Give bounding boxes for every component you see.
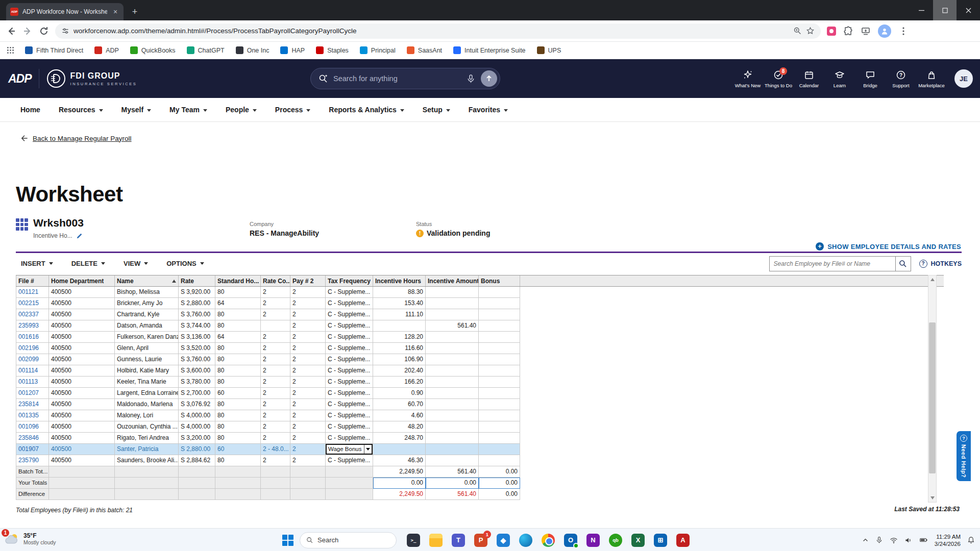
file-number-link[interactable]: 001096 bbox=[18, 423, 39, 430]
column-header[interactable]: Home Department bbox=[49, 276, 115, 286]
file-number-link[interactable]: 002196 bbox=[18, 344, 39, 352]
column-header[interactable]: Rate bbox=[179, 276, 215, 286]
file-number-link[interactable]: 001121 bbox=[18, 288, 38, 295]
cell-rate-code[interactable]: 2 bbox=[261, 388, 290, 399]
cell-file-number[interactable]: 001335 bbox=[16, 410, 49, 421]
taskbar-app-terminal[interactable]: >_ bbox=[407, 534, 420, 547]
scroll-down-icon[interactable] bbox=[928, 494, 936, 502]
header-action-bridge[interactable]: Bridge bbox=[855, 69, 885, 88]
cell-incentive-hours[interactable]: 88.30 bbox=[373, 287, 426, 298]
header-action-support[interactable]: ? Support bbox=[886, 69, 916, 88]
cell-home-department[interactable]: 400500 bbox=[49, 455, 115, 466]
cell-file-number[interactable]: 001121 bbox=[16, 287, 49, 298]
file-number-link[interactable]: 001113 bbox=[18, 378, 38, 385]
vertical-scrollbar[interactable] bbox=[928, 275, 937, 503]
cell-standard-hours[interactable]: 64 bbox=[215, 298, 261, 309]
cell-name[interactable]: Datson, Amanda bbox=[115, 320, 179, 332]
cell-rate[interactable]: S 3,780.00 bbox=[179, 377, 215, 388]
column-header[interactable]: Incentive Amount bbox=[426, 276, 479, 286]
cell-home-department[interactable]: 400500 bbox=[49, 377, 115, 388]
cell-tax-frequency[interactable]: C - Suppleme... bbox=[326, 332, 373, 343]
cell-rate-code[interactable]: 2 bbox=[261, 433, 290, 444]
cell-rate-code[interactable]: 2 bbox=[261, 332, 290, 343]
file-number-link[interactable]: 235846 bbox=[18, 434, 39, 441]
cell-rate[interactable]: S 2,880.00 bbox=[179, 298, 215, 309]
cell-bonus[interactable] bbox=[479, 320, 520, 332]
taskbar-app-chrome[interactable] bbox=[542, 534, 555, 547]
cell-rate[interactable]: S 3,076.92 bbox=[179, 399, 215, 410]
cell-pay-2[interactable]: 2 bbox=[290, 444, 326, 455]
cell-rate-code[interactable]: 2 bbox=[261, 287, 290, 298]
cell-file-number[interactable]: 001114 bbox=[16, 365, 49, 377]
taskbar-app-powerpoint[interactable]: P 1 bbox=[474, 534, 487, 547]
cell-incentive-hours[interactable] bbox=[373, 444, 426, 455]
cell-name[interactable]: Ouzounian, Cynthia ... bbox=[115, 421, 179, 433]
nav-item-myself[interactable]: Myself bbox=[121, 106, 152, 114]
file-number-link[interactable]: 235993 bbox=[18, 322, 39, 329]
header-action-learn[interactable]: Learn bbox=[825, 69, 854, 88]
new-tab-button[interactable]: + bbox=[128, 5, 142, 19]
cell-name[interactable]: Brickner, Amy Jo bbox=[115, 298, 179, 309]
table-row[interactable]: 001616 400500 Fulkerson, Karen Danz S 3,… bbox=[16, 332, 520, 343]
file-number-link[interactable]: 235814 bbox=[18, 400, 39, 408]
bookmark-item[interactable]: UPS bbox=[537, 46, 561, 54]
column-header[interactable]: Pay # 2 bbox=[290, 276, 326, 286]
cell-standard-hours[interactable]: 80 bbox=[215, 433, 261, 444]
column-header[interactable]: Rate Co... bbox=[261, 276, 290, 286]
cell-home-department[interactable]: 400500 bbox=[49, 444, 115, 455]
notification-bell-icon[interactable] bbox=[967, 536, 975, 544]
totals-incentive-hours[interactable]: 0.00 bbox=[373, 478, 426, 489]
bookmark-item[interactable]: HAP bbox=[280, 46, 305, 54]
totals-incentive-amount[interactable]: 561.40 bbox=[426, 489, 479, 500]
cell-pay-2[interactable]: 2 bbox=[290, 287, 326, 298]
cell-bonus[interactable] bbox=[479, 354, 520, 365]
cell-incentive-amount[interactable] bbox=[426, 354, 479, 365]
cell-incentive-hours[interactable]: 128.20 bbox=[373, 332, 426, 343]
cell-tax-frequency[interactable]: C - Suppleme... bbox=[326, 287, 373, 298]
tune-icon[interactable] bbox=[61, 27, 69, 35]
header-action-whats-new[interactable]: What's New bbox=[733, 69, 763, 88]
cell-home-department[interactable]: 400500 bbox=[49, 298, 115, 309]
cell-pay-2[interactable]: 2 bbox=[290, 309, 326, 320]
cell-name[interactable]: Keeler, Tina Marie bbox=[115, 377, 179, 388]
adp-extension-icon[interactable] bbox=[827, 27, 836, 36]
tax-frequency-dropdown[interactable]: Wage Bonus bbox=[326, 444, 373, 455]
cell-standard-hours[interactable]: 60 bbox=[215, 444, 261, 455]
cell-incentive-amount[interactable] bbox=[426, 455, 479, 466]
cell-bonus[interactable] bbox=[479, 444, 520, 455]
cell-rate[interactable]: S 2,880.00 bbox=[179, 444, 215, 455]
zoom-icon[interactable] bbox=[793, 27, 802, 35]
cell-standard-hours[interactable]: 80 bbox=[215, 365, 261, 377]
cell-home-department[interactable]: 400500 bbox=[49, 433, 115, 444]
cell-incentive-hours[interactable] bbox=[373, 320, 426, 332]
cell-rate[interactable]: S 2,700.00 bbox=[179, 388, 215, 399]
cell-incentive-hours[interactable]: 248.70 bbox=[373, 433, 426, 444]
cell-file-number[interactable]: 001207 bbox=[16, 388, 49, 399]
chevron-up-icon[interactable] bbox=[862, 537, 869, 543]
cell-home-department[interactable]: 400500 bbox=[49, 410, 115, 421]
bookmark-item[interactable]: ChatGPT bbox=[187, 46, 225, 54]
menu-delete[interactable]: DELETE bbox=[71, 260, 105, 267]
mic-icon[interactable] bbox=[466, 74, 476, 84]
cell-bonus[interactable] bbox=[479, 332, 520, 343]
cell-home-department[interactable]: 400500 bbox=[49, 354, 115, 365]
bookmark-item[interactable]: Fifth Third Direct bbox=[25, 46, 83, 54]
cell-incentive-amount[interactable] bbox=[426, 309, 479, 320]
cell-file-number[interactable]: 002215 bbox=[16, 298, 49, 309]
cell-home-department[interactable]: 400500 bbox=[49, 388, 115, 399]
cell-name[interactable]: Largent, Edna Lorraine bbox=[115, 388, 179, 399]
menu-options[interactable]: OPTIONS bbox=[166, 260, 204, 267]
totals-bonus[interactable]: 0.00 bbox=[479, 478, 520, 489]
cell-incentive-amount[interactable] bbox=[426, 343, 479, 354]
apps-grid-icon[interactable] bbox=[6, 46, 15, 55]
cell-incentive-amount[interactable] bbox=[426, 388, 479, 399]
cell-home-department[interactable]: 400500 bbox=[49, 287, 115, 298]
wifi-icon[interactable] bbox=[890, 536, 898, 544]
cell-incentive-hours[interactable]: 46.30 bbox=[373, 455, 426, 466]
table-row-selected[interactable]: 001907 400500 Santer, Patricia S 2,880.0… bbox=[16, 444, 520, 455]
cell-tax-frequency[interactable]: C - Suppleme... bbox=[326, 455, 373, 466]
cell-rate-code[interactable]: 2 bbox=[261, 377, 290, 388]
cell-home-department[interactable]: 400500 bbox=[49, 332, 115, 343]
nav-item-people[interactable]: People bbox=[226, 106, 257, 114]
cell-rate-code[interactable] bbox=[261, 320, 290, 332]
